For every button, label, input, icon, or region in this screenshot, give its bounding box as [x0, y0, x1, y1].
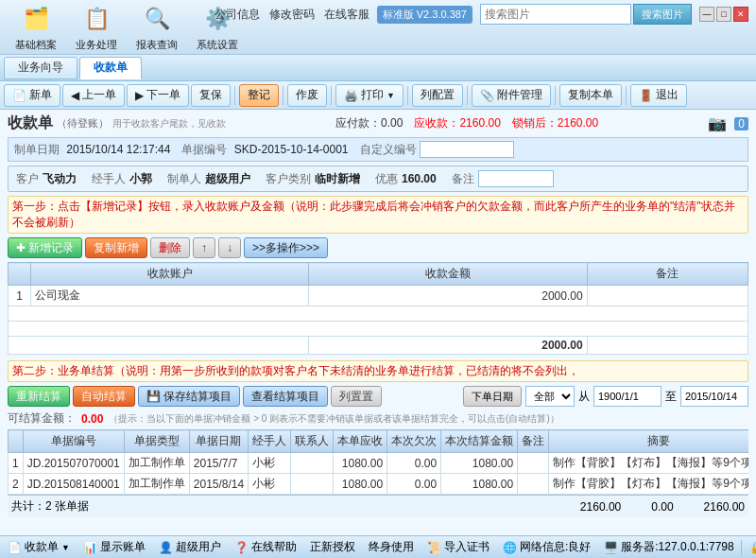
btn-shanchu[interactable]: 删除 [150, 237, 190, 258]
table-row-empty1 [9, 306, 748, 322]
btn-fuzhi[interactable]: 复制新增 [85, 237, 147, 258]
help-icon: ❓ [234, 541, 249, 554]
nav-icon-yewu[interactable]: 📋 业务处理 [68, 0, 125, 54]
btn-zidongjiesuan[interactable]: 自动结算 [73, 386, 135, 407]
cell-note[interactable] [587, 286, 747, 306]
th2-danjubianhao: 单据编号 [23, 430, 124, 453]
nav-icon-jichu[interactable]: 🗂️ 基础档案 [8, 0, 64, 54]
select-quanbu[interactable]: 全部 [525, 386, 575, 407]
link-zaixiankefu[interactable]: 在线客服 [324, 7, 369, 23]
btn-tuichu[interactable]: 🚪 退出 [630, 84, 687, 107]
from-label: 从 [578, 389, 590, 405]
cell2-riqi2: 2015/8/14 [189, 474, 248, 495]
status-daoruzhengshu[interactable]: 📜 导入证书 [423, 539, 493, 555]
cell2-beizhu2 [518, 474, 549, 495]
table-row-empty2 [9, 322, 748, 337]
btn-dayin[interactable]: 🖨️ 打印 ▼ [335, 84, 404, 107]
cell2-danjubianhao2: JD.201508140001 [23, 474, 124, 495]
btn-chongjishuan[interactable]: 重新结算 [8, 386, 70, 407]
btn-xiayige[interactable]: ▶ 下一单 [127, 84, 189, 107]
btn-fuzhidan[interactable]: 复制本单 [559, 84, 622, 107]
page-title: 收款单 [8, 113, 53, 133]
th2-bencijiesuanjine: 本次结算金额 [441, 430, 518, 453]
step1-text: 第一步：点击【新增记录】按钮，录入收款账户及金额（说明：此步骤完成后将会冲销客户… [8, 196, 748, 234]
cell2-jiesuan: 1080.00 [441, 453, 518, 474]
th2-danjuriqi: 单据日期 [189, 430, 248, 453]
footer-total-amount: 2000.00 [309, 337, 587, 355]
cell2-zhaiyao: 制作【背胶】【灯布】【海报】等9个项目 [549, 453, 748, 474]
header-amounts: 应付款：0.00 应收款：2160.00 锁销后：2160.00 [226, 115, 708, 131]
link-xiugaimima[interactable]: 修改密码 [269, 7, 315, 23]
beizhu-input[interactable] [478, 170, 554, 187]
window-controls: — □ ✕ [699, 7, 748, 22]
status-shoudanku[interactable]: 📄 收款单 ▼ [4, 539, 74, 555]
btn-baocunjiesuan[interactable]: 💾 保存结算项目 [138, 386, 240, 407]
table-row: 2 JD.201508140001 加工制作单 2015/8/14 小彬 108… [9, 474, 749, 495]
jichu-label: 基础档案 [15, 38, 57, 52]
field-youhui: 优惠 160.00 [375, 171, 437, 187]
th2-beizhu: 备注 [518, 430, 549, 453]
footer-total-note [587, 337, 747, 355]
status-fuwuqi: 🖥️ 服务器:127.0.0.1:7798 [600, 539, 737, 555]
cell2-beizhu [518, 453, 549, 474]
cell-amount[interactable]: 2000.00 [309, 286, 587, 306]
btn-suoping[interactable]: 🔒 锁屏 [746, 539, 756, 555]
status-zhongjishiyong[interactable]: 终身使用 [365, 539, 418, 555]
nav-icons-container: 🗂️ 基础档案 📋 业务处理 🔍 报表查询 ⚙️ 系统设置 [8, 0, 246, 54]
status-chaojiyonghu[interactable]: 👤 超级用户 [155, 539, 225, 555]
tab-shoudanku[interactable]: 收款单 [79, 57, 142, 79]
btn-zhengji[interactable]: 整记 [239, 84, 279, 107]
status-zaixianbangzhu[interactable]: ❓ 在线帮助 [231, 539, 301, 555]
page-header: 收款单 （待登账） 用于收款客户尾款，见收款 应付款：0.00 应收款：2160… [8, 113, 748, 133]
btn-liezhizhi[interactable]: 列置置 [331, 386, 382, 407]
step2-toolbar: 重新结算 自动结算 💾 保存结算项目 查看结算项目 列置置 下单日期 全部 [8, 386, 748, 407]
btn-zuofei[interactable]: 作废 [287, 84, 327, 107]
baobiao-label: 报表查询 [136, 38, 178, 52]
cell2-jingshour2: 小彬 [249, 474, 291, 495]
status-xianshizhangbiao[interactable]: 📊 显示账单 [79, 539, 149, 555]
cell-account[interactable]: 公司现金 [31, 286, 309, 306]
btn-period[interactable]: 下单日期 [463, 386, 522, 407]
btn-liepeizhi[interactable]: 列配置 [412, 84, 463, 107]
to-date-input[interactable] [680, 386, 748, 407]
top-bar: 🗂️ 基础档案 📋 业务处理 🔍 报表查询 ⚙️ 系统设置 公司信息 修改密码 … [0, 0, 756, 55]
baobiao-icon: 🔍 [140, 2, 174, 36]
yewu-icon: 📋 [79, 2, 113, 36]
camera-icon[interactable]: 📷 [708, 114, 727, 132]
danjubianhao-label: 单据编号 [181, 143, 227, 156]
search-button[interactable]: 搜索图片 [633, 4, 692, 25]
close-button[interactable]: ✕ [733, 7, 748, 22]
cell2-zhaiyao2: 制作【背胶】【灯布】【海报】等9个项目 [549, 474, 748, 495]
btn-xia[interactable]: ↓ [218, 237, 241, 258]
footer-col3: 2160.00 [704, 500, 745, 514]
btn-xinjian[interactable]: 📄 新单 [4, 84, 60, 107]
maximize-button[interactable]: □ [716, 7, 731, 22]
zhidanriqi-value[interactable]: 2015/10/14 12:17:44 [66, 143, 170, 156]
status-xinzengshoushu[interactable]: 正新授权 [306, 539, 359, 555]
btn-xinjizhu[interactable]: ✚ 新增记录 [8, 237, 82, 258]
lock-icon: 🔒 [749, 541, 756, 554]
toolbar: 📄 新单 ◀ 上一单 ▶ 下一单 复保 整记 作废 🖨️ 打印 ▼ 列配置 📎 … [0, 81, 756, 110]
btn-shangyige[interactable]: ◀ 上一单 [62, 84, 125, 107]
tab-yewuxiangdao[interactable]: 业务向导 [4, 57, 77, 79]
btn-shang[interactable]: ↑ [193, 237, 215, 258]
minimize-button[interactable]: — [699, 7, 714, 22]
nav-icon-baobiao[interactable]: 🔍 报表查询 [129, 0, 185, 54]
btn-gengduo[interactable]: >>多操作>>> [244, 237, 328, 258]
th-amount: 收款金额 [309, 263, 587, 286]
from-date-input[interactable] [593, 386, 662, 407]
btn-fubao[interactable]: 复保 [191, 84, 231, 107]
field-danjubianhao: 单据编号 SKD-2015-10-14-0001 [181, 142, 348, 158]
zidingyibianhao-input[interactable] [420, 141, 514, 158]
cell2-lianxiren2 [291, 474, 334, 495]
top-links: 公司信息 修改密码 在线客服 [215, 7, 369, 23]
btn-chakanjiesuan[interactable]: 查看结算项目 [243, 386, 328, 407]
zidingyibianhao-label: 自定义编号 [360, 143, 417, 156]
link-gongsixinxi[interactable]: 公司信息 [215, 7, 260, 23]
search-input[interactable] [480, 4, 631, 25]
toolbar-separator-1 [234, 86, 235, 105]
field-zidingyibianhao: 自定义编号 [360, 141, 514, 158]
btn-fujiangl[interactable]: 📎 附件管理 [472, 84, 551, 107]
field-beizhu: 备注 [452, 170, 554, 187]
toolbar-separator-5 [467, 86, 468, 105]
